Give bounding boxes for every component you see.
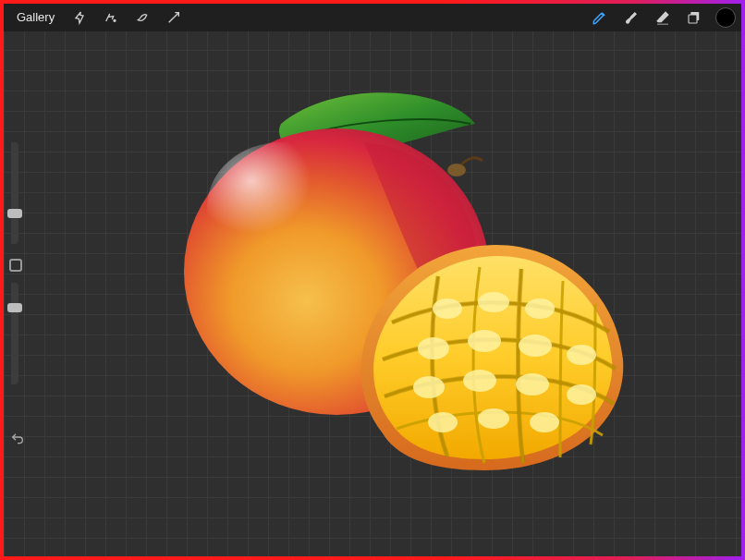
top-toolbar: Gallery [4, 4, 741, 31]
svg-point-6 [418, 337, 449, 359]
highlight-border: Gallery [0, 0, 745, 560]
smudge-icon[interactable] [617, 5, 645, 30]
svg-point-9 [567, 345, 596, 365]
svg-point-2 [447, 164, 466, 177]
actions-icon[interactable] [66, 5, 93, 30]
svg-point-5 [525, 298, 555, 319]
svg-point-14 [428, 412, 458, 432]
gallery-button[interactable]: Gallery [9, 5, 62, 30]
brush-icon[interactable] [586, 5, 614, 30]
brush-opacity-thumb[interactable] [7, 303, 22, 312]
canvas-area[interactable] [4, 4, 741, 556]
svg-point-15 [478, 408, 509, 429]
undo-icon[interactable] [7, 429, 28, 449]
transform-icon[interactable] [160, 5, 188, 30]
svg-point-17 [114, 19, 116, 21]
svg-point-7 [468, 330, 501, 352]
eyedropper-modifier[interactable] [9, 259, 22, 272]
color-well[interactable] [715, 7, 736, 28]
svg-point-13 [567, 384, 596, 405]
svg-rect-19 [689, 15, 697, 23]
brush-size-thumb[interactable] [7, 209, 22, 218]
procreate-app-window: Gallery [4, 4, 741, 556]
brush-opacity-slider[interactable] [11, 283, 18, 384]
svg-point-11 [463, 370, 496, 392]
svg-point-1 [207, 142, 355, 272]
adjustments-icon[interactable] [97, 5, 125, 30]
selection-icon[interactable] [128, 5, 156, 30]
brush-size-slider[interactable] [11, 142, 18, 244]
svg-point-16 [530, 412, 559, 432]
canvas-artwork-mango [152, 68, 632, 475]
svg-point-4 [478, 292, 509, 312]
svg-point-10 [413, 376, 445, 398]
side-panel [4, 142, 28, 396]
svg-point-3 [433, 298, 462, 319]
eraser-icon[interactable] [649, 5, 677, 30]
svg-point-8 [519, 335, 552, 357]
svg-point-12 [516, 373, 549, 396]
layers-icon[interactable] [680, 5, 708, 30]
